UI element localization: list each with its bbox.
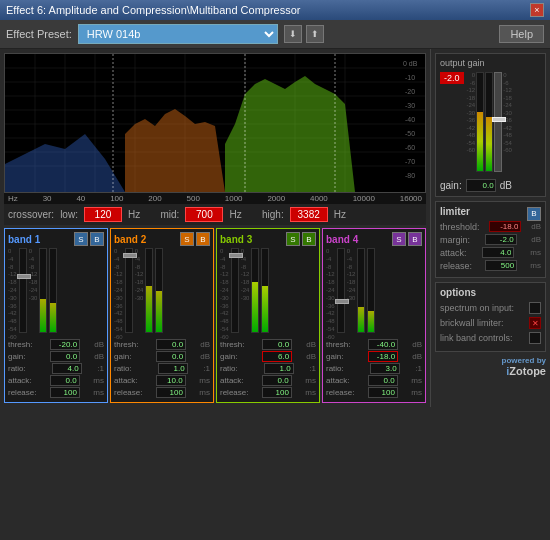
band1-gain-input[interactable]: [50, 351, 80, 362]
limiter-threshold-unit: dB: [531, 222, 541, 231]
limiter-attack-row: attack: ms: [440, 247, 541, 258]
band3-thresh-input[interactable]: [262, 339, 292, 350]
band1-gain-fader-col: 0-4-8-12-18-24-30-36-42-48-54-60: [8, 248, 17, 336]
band2-solo-btn[interactable]: S: [180, 232, 194, 246]
limiter-release-label: release:: [440, 261, 472, 271]
band1-thresh-input[interactable]: [50, 339, 80, 350]
band2-fader-thumb[interactable]: [123, 253, 137, 258]
band2-attack-row: attack: ms: [114, 375, 210, 386]
band4-ratio-label: ratio:: [326, 364, 354, 373]
band3-release-input[interactable]: [262, 387, 292, 398]
band4-ratio-input[interactable]: [370, 363, 400, 374]
band4-fader-thumb[interactable]: [335, 299, 349, 304]
band2-release-input[interactable]: [156, 387, 186, 398]
band3-gain-label: gain:: [220, 352, 248, 361]
band3-fader-thumb[interactable]: [229, 253, 243, 258]
band2-ratio-input[interactable]: [158, 363, 188, 374]
band2-meter-fill: [146, 286, 152, 332]
limiter-threshold-row: threshold: dB: [440, 221, 541, 232]
spectrum-input-checkbox[interactable]: [529, 302, 541, 314]
bands-container: band 1 S B 0-4-8-12-18-24-30-36-42-48-54…: [4, 228, 426, 403]
band2-gain-input[interactable]: [156, 351, 186, 362]
band1-fader-track[interactable]: [19, 248, 27, 333]
options-section: options spectrum on input: brickwall lim…: [435, 282, 546, 352]
band3-faders: 0-4-8-12-18-24-30-36-42-48-54-60 0-4-8-1…: [220, 248, 316, 336]
band1-bypass-btn[interactable]: B: [90, 232, 104, 246]
right-panel: output gain -2.0 0-6-12-18-24-30-36-42-4…: [430, 49, 550, 407]
svg-text:-50: -50: [405, 130, 415, 137]
link-band-checkbox[interactable]: [529, 332, 541, 344]
band1-panel: band 1 S B 0-4-8-12-18-24-30-36-42-48-54…: [4, 228, 108, 403]
band2-thresh-input[interactable]: [156, 339, 186, 350]
main-area: 0 dB -10 -20 -30 -40 -50 -60 -70 -80 Hz …: [0, 49, 550, 407]
band1-params: thresh: dB gain: dB ratio: :1: [8, 339, 104, 398]
band4-attack-input[interactable]: [368, 375, 398, 386]
band4-gain-input[interactable]: [368, 351, 398, 362]
preset-select[interactable]: HRW 014b: [78, 24, 278, 44]
band1-faders: 0-4-8-12-18-24-30-36-42-48-54-60 0-4-8-1…: [8, 248, 104, 336]
help-button[interactable]: Help: [499, 25, 544, 43]
band4-thresh-input[interactable]: [368, 339, 398, 350]
freq-100: 100: [110, 194, 123, 203]
brand-name: iZotope: [506, 365, 546, 377]
band3-title: band 3: [220, 234, 252, 245]
band2-bypass-btn[interactable]: B: [196, 232, 210, 246]
gain-input[interactable]: [466, 179, 496, 192]
band4-title: band 4: [326, 234, 358, 245]
band1-solo-btn[interactable]: S: [74, 232, 88, 246]
band3-gain-input[interactable]: [262, 351, 292, 362]
band1-attack-row: attack: ms: [8, 375, 104, 386]
band3-thresh-row: thresh: dB: [220, 339, 316, 350]
freq-200: 200: [148, 194, 161, 203]
band3-release-row: release: ms: [220, 387, 316, 398]
band3-fader-track[interactable]: [231, 248, 239, 333]
limiter-attack-unit: ms: [530, 248, 541, 257]
crossover-low-input[interactable]: [84, 207, 122, 222]
band3-params: thresh: dB gain: dB ratio: :1: [220, 339, 316, 398]
band3-attack-input[interactable]: [262, 375, 292, 386]
band4-bypass-btn[interactable]: B: [408, 232, 422, 246]
limiter-attack-input[interactable]: [482, 247, 514, 258]
output-gain-slider[interactable]: [494, 72, 502, 172]
spectrum-display: 0 dB -10 -20 -30 -40 -50 -60 -70 -80 Hz …: [4, 53, 426, 204]
band2-attack-input[interactable]: [156, 375, 186, 386]
limiter-margin-input[interactable]: [485, 234, 517, 245]
output-gain-value: -2.0: [440, 72, 464, 84]
save-icon[interactable]: ⬇: [284, 25, 302, 43]
band4-scale1: 0-4-8-12-18-24-30-36-42-48-54-60: [326, 248, 335, 336]
limiter-release-row: release: ms: [440, 260, 541, 271]
band4-solo-btn[interactable]: S: [392, 232, 406, 246]
limiter-bypass-btn[interactable]: B: [527, 207, 541, 221]
band1-release-input[interactable]: [50, 387, 80, 398]
crossover-high-input[interactable]: [290, 207, 328, 222]
band2-meter2: [155, 248, 163, 333]
band2-fader-track[interactable]: [125, 248, 133, 333]
limiter-threshold-input[interactable]: [489, 221, 521, 232]
band3-bypass-btn[interactable]: B: [302, 232, 316, 246]
band3-solo-btn[interactable]: S: [286, 232, 300, 246]
band1-release-row: release: ms: [8, 387, 104, 398]
band1-attack-label: attack:: [8, 376, 36, 385]
limiter-threshold-label: threshold:: [440, 222, 480, 232]
crossover-high-unit: Hz: [334, 209, 346, 220]
svg-text:-40: -40: [405, 116, 415, 123]
freq-4k: 4000: [310, 194, 328, 203]
limiter-release-unit: ms: [530, 261, 541, 270]
link-band-label: link band controls:: [440, 333, 513, 343]
close-button[interactable]: ×: [530, 3, 544, 17]
band1-fader-thumb[interactable]: [17, 274, 31, 279]
band4-release-input[interactable]: [368, 387, 398, 398]
band3-ratio-input[interactable]: [264, 363, 294, 374]
brickwall-checkbox[interactable]: ✕: [529, 317, 541, 329]
band1-ratio-input[interactable]: [52, 363, 82, 374]
limiter-release-input[interactable]: [485, 260, 517, 271]
band4-fader-track[interactable]: [337, 248, 345, 333]
load-icon[interactable]: ⬆: [306, 25, 324, 43]
output-gain-slider-thumb[interactable]: [492, 117, 506, 122]
preset-label: Effect Preset:: [6, 28, 72, 40]
band1-gain-row: gain: dB: [8, 351, 104, 362]
band2-title: band 2: [114, 234, 146, 245]
output-gain-display: -2.0 0-6-12-18-24-30-36-42-48-54-60: [440, 72, 541, 177]
band1-attack-input[interactable]: [50, 375, 80, 386]
crossover-mid-input[interactable]: [185, 207, 223, 222]
